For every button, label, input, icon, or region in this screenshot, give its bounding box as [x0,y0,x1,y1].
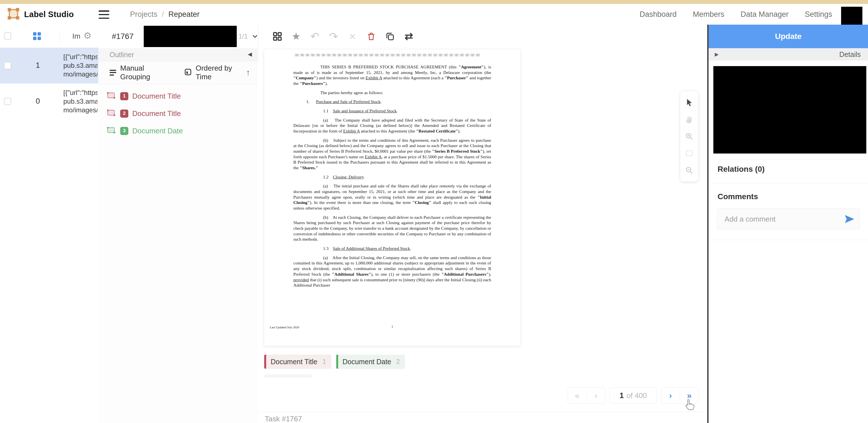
region-label: Document Title [132,109,181,118]
prev-page-button[interactable]: ‹ [586,388,605,403]
footer-divider [258,412,707,412]
label-hotkey: 1 [322,358,326,365]
pan-hand-icon[interactable] [684,114,695,125]
task-id-label: #1767 [112,25,134,48]
brand: Label Studio [7,4,74,25]
annotation-toolbar: #1767 1/1 ★ ↶ ↷ × ⇄ [98,25,707,48]
region-label: Document Title [132,92,181,101]
sort-direction-arrow-icon[interactable]: ↑ [246,68,250,77]
data-manager-panel: Im ⚙ 1 [{"url":"https:/ pub.s3.amaz mo/i… [0,25,99,423]
zoom-out-icon[interactable] [684,165,695,176]
star-icon[interactable]: ★ [291,31,302,42]
task-row-0[interactable]: 0 [{"url":"https:/ pub.s3.amaz mo/images… [0,84,98,119]
document-page[interactable]: THIS SERIES B PREFERRED STOCK PURCHASE A… [264,49,520,346]
table-header-row: Im ⚙ [0,25,98,48]
details-bar[interactable]: ▶ Details [709,48,868,61]
document-paragraph: (b) At each Closing, the Company shall d… [293,215,491,242]
comment-box [717,208,860,230]
pagination-back-group: « ‹ [568,387,606,404]
nav-data-manager[interactable]: Data Manager [741,10,788,19]
task-row-1[interactable]: 1 [{"url":"https:/ pub.s3.amaz mo/images… [0,47,98,84]
document-body: THIS SERIES B PREFERRED STOCK PURCHASE A… [293,61,491,320]
grid-view-icon[interactable] [33,32,41,40]
relations-heading: Relations (0) [717,165,765,174]
document-paragraph: (a) The initial purchase and sale of the… [293,183,491,211]
ordered-by-time-icon [184,68,192,77]
document-paragraph: (b) Subject to the terms and conditions … [293,137,491,171]
row-checkbox[interactable] [4,98,11,105]
annotation-counter: 1/1 [239,25,248,48]
nav-dashboard[interactable]: Dashboard [640,10,677,19]
gear-icon[interactable]: ⚙ [84,30,92,41]
select-cursor-icon[interactable] [684,97,695,108]
chevron-down-icon[interactable] [251,33,258,41]
fit-to-screen-icon[interactable] [684,148,695,159]
hamburger-menu-icon[interactable] [99,10,109,19]
zoom-in-icon[interactable] [684,131,695,142]
region-list: 1 Document Title 2 Document Title 3 Docu… [98,88,258,139]
label-chip-document-title[interactable]: Document Title 1 [264,355,331,369]
comment-input[interactable] [724,209,837,229]
document-paragraph: 1.1 Sale and Issuance of Preferred Stock… [293,108,491,114]
next-page-button[interactable]: › [661,388,680,403]
trash-icon[interactable] [366,31,377,42]
breadcrumb-projects[interactable]: Projects [130,10,157,19]
outliner-panel: Outliner ◀ Manual Grouping Ordered by Ti… [98,48,258,423]
label-hotkey: 2 [396,358,400,365]
task-pagination: « ‹ 1 of 400 › » [568,387,699,404]
header-separator [59,31,60,42]
chip-ghost-shadow [264,374,312,378]
toolbar-actions: ★ ↶ ↷ × ⇄ [272,25,414,48]
annotator-info-redacted [144,26,237,47]
breadcrumb-current-project: Repeater [168,10,199,19]
section-divider [709,160,868,160]
manual-grouping-dropdown[interactable]: Manual Grouping [120,64,172,81]
right-sidebar: Update ▶ Details Relations (0) Comments [709,25,868,423]
region-item-3[interactable]: 3 Document Date [98,122,258,139]
reset-icon[interactable]: × [347,31,358,42]
column-header-image[interactable]: Im [72,32,81,41]
duplicate-icon[interactable] [385,31,395,42]
row-data-preview: [{"url":"https:/ pub.s3.amaz mo/images/ [63,88,97,114]
nav-settings[interactable]: Settings [805,10,832,19]
document-paragraph: 1.2 Closing; Delivery. [293,174,491,180]
update-button[interactable]: Update [709,25,868,48]
pagination-counter-group: 1 of 400 [610,387,657,404]
grouping-list-icon [110,70,116,76]
document-paragraph: The parties hereby agree as follows: [293,90,491,96]
label-chip-document-date[interactable]: Document Date 2 [336,355,405,369]
label-studio-logo-icon [7,7,20,21]
document-paragraph: 1.3 Sale of Additional Shares of Preferr… [293,246,491,251]
ordered-by-time-dropdown[interactable]: Ordered by Time [195,64,246,81]
app-header: Label Studio Projects / Repeater Dashboa… [0,4,868,25]
task-footer-label: Task #1767 [265,415,302,423]
outliner-header: Outliner ◀ [98,48,258,61]
row-checkbox[interactable] [4,62,11,69]
nav-members[interactable]: Members [693,10,724,19]
label-text: Document Date [343,358,392,366]
document-header-line [295,54,480,56]
page-counter: 1 of 400 [610,388,657,403]
row-id: 0 [29,97,46,106]
redo-icon[interactable]: ↷ [329,31,339,42]
label-chips: Document Title 1 Document Date 2 [264,355,405,369]
view-all-grid-icon[interactable] [272,31,283,42]
undo-icon[interactable]: ↶ [310,31,320,42]
region-item-2[interactable]: 2 Document Title [98,105,258,122]
last-page-button[interactable]: » [680,388,699,403]
document-paragraph: (a) The Company shall have adopted and f… [293,118,491,134]
collapse-panel-icon[interactable]: ◀ [248,51,252,58]
app-title: Label Studio [24,10,74,19]
select-all-checkbox[interactable] [4,32,11,39]
top-accent-strip [0,0,868,4]
first-page-button[interactable]: « [568,388,586,403]
expand-details-icon[interactable]: ▶ [715,51,719,58]
settings-swap-icon[interactable]: ⇄ [403,31,414,42]
top-nav: Dashboard Members Data Manager Settings [640,4,832,25]
region-rect-icon [106,91,116,101]
toolbar-divider [258,25,258,48]
document-paragraph: (a) After the Initial Closing, the Compa… [293,255,491,288]
region-item-1[interactable]: 1 Document Title [98,88,258,105]
send-comment-icon[interactable] [844,214,855,226]
comments-heading: Comments [717,192,758,201]
